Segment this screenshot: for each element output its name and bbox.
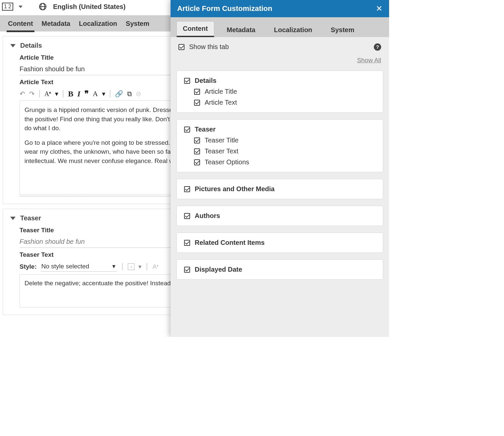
column-layout-toggle[interactable]: 1 2 (2, 3, 13, 11)
chevron-down-icon: ▾ (112, 262, 116, 270)
checkbox-icon (184, 78, 190, 84)
group-header[interactable]: Pictures and Other Media (184, 185, 376, 193)
group-item-label: Article Text (205, 99, 237, 106)
rp-tab-content[interactable]: Content (176, 21, 214, 37)
show-this-tab-label: Show this tab (189, 43, 229, 51)
style-select-value: No style selected (41, 263, 89, 270)
embed-icon[interactable]: ⧉ (127, 90, 132, 98)
customization-group: Authors (176, 206, 383, 226)
locale-label[interactable]: English (United States) (53, 3, 126, 11)
redo-icon[interactable]: ↷ (29, 90, 35, 98)
customization-tabs: Content Metadata Localization System (171, 17, 389, 37)
tab-content[interactable]: Content (8, 20, 33, 27)
bold-icon[interactable]: B (68, 89, 73, 98)
customization-header: Article Form Customization ✕ (171, 0, 389, 17)
style-label: Style: (20, 263, 37, 270)
group-header[interactable]: Displayed Date (184, 266, 376, 273)
remove-link-icon[interactable]: ⊘ (136, 90, 141, 98)
undo-icon[interactable]: ↶ (20, 90, 25, 98)
rp-tab-metadata[interactable]: Metadata (221, 23, 262, 37)
group-item[interactable]: Article Text (194, 99, 376, 106)
checkbox-icon (194, 100, 200, 106)
quote-icon[interactable]: ❞ (84, 89, 89, 98)
group-item-label: Teaser Options (205, 158, 249, 166)
checkbox-icon (194, 159, 200, 165)
italic-icon[interactable]: I (77, 89, 80, 98)
show-this-tab-checkbox[interactable]: Show this tab (178, 43, 229, 51)
group-header[interactable]: Authors (184, 212, 376, 220)
customization-panel: Article Form Customization ✕ Content Met… (171, 0, 389, 337)
tab-system[interactable]: System (126, 20, 149, 27)
checkbox-icon (184, 267, 190, 273)
group-item[interactable]: Teaser Text (194, 147, 376, 155)
group-label: Authors (195, 212, 220, 220)
customization-title: Article Form Customization (177, 4, 272, 13)
group-item[interactable]: Teaser Options (194, 158, 376, 166)
group-header[interactable]: Details (184, 77, 376, 84)
group-item-label: Article Title (205, 88, 237, 95)
close-icon[interactable]: ✕ (376, 4, 382, 13)
chevron-down-icon[interactable]: ▾ (138, 263, 141, 270)
details-panel-title: Details (20, 42, 42, 49)
chevron-down-icon[interactable] (10, 44, 16, 47)
box-icon[interactable]: ▫ (128, 263, 134, 270)
checkbox-icon (178, 44, 184, 50)
customization-body: DetailsArticle TitleArticle TextTeaserTe… (171, 69, 389, 337)
group-item[interactable]: Article Title (194, 88, 376, 95)
font-size-icon[interactable]: A▴ (44, 90, 51, 98)
font-size-icon[interactable]: A▴ (152, 263, 159, 270)
group-label: Displayed Date (195, 266, 242, 273)
checkbox-icon (194, 89, 200, 95)
checkbox-icon (184, 240, 190, 246)
customization-group: DetailsArticle TitleArticle Text (176, 71, 383, 113)
checkbox-icon (194, 137, 200, 143)
customization-group: Pictures and Other Media (176, 179, 383, 199)
group-item[interactable]: Teaser Title (194, 136, 376, 144)
checkbox-icon (184, 127, 190, 133)
checkbox-icon (184, 213, 190, 219)
checkbox-icon (184, 186, 190, 192)
tab-localization[interactable]: Localization (79, 20, 117, 27)
style-select[interactable]: No style selected ▾ (41, 262, 117, 272)
globe-icon[interactable] (39, 3, 46, 10)
rp-tab-localization[interactable]: Localization (268, 23, 318, 37)
chevron-down-icon[interactable]: ▾ (102, 90, 105, 98)
customization-subheader: Show this tab ? Show All (171, 37, 389, 69)
group-item-label: Teaser Text (205, 147, 238, 155)
show-all-link[interactable]: Show All (357, 57, 381, 64)
chevron-down-icon[interactable]: ▾ (55, 90, 58, 98)
tab-metadata[interactable]: Metadata (42, 20, 71, 27)
group-item-label: Teaser Title (205, 136, 238, 144)
chevron-down-icon[interactable] (19, 6, 23, 8)
help-icon[interactable]: ? (374, 43, 381, 51)
group-label: Details (195, 77, 217, 84)
group-label: Pictures and Other Media (195, 185, 275, 193)
chevron-down-icon[interactable] (10, 217, 16, 220)
teaser-panel-title: Teaser (20, 214, 41, 222)
group-header[interactable]: Related Content Items (184, 239, 376, 246)
customization-group: TeaserTeaser TitleTeaser TextTeaser Opti… (176, 119, 383, 172)
link-icon[interactable]: 🔗 (115, 90, 123, 98)
group-label: Related Content Items (195, 239, 265, 246)
rp-tab-system[interactable]: System (325, 23, 360, 37)
checkbox-icon (194, 148, 200, 154)
customization-group: Displayed Date (176, 259, 383, 280)
group-label: Teaser (195, 126, 216, 133)
customization-group: Related Content Items (176, 233, 383, 253)
group-header[interactable]: Teaser (184, 126, 376, 133)
clear-format-icon[interactable]: A (93, 89, 98, 98)
